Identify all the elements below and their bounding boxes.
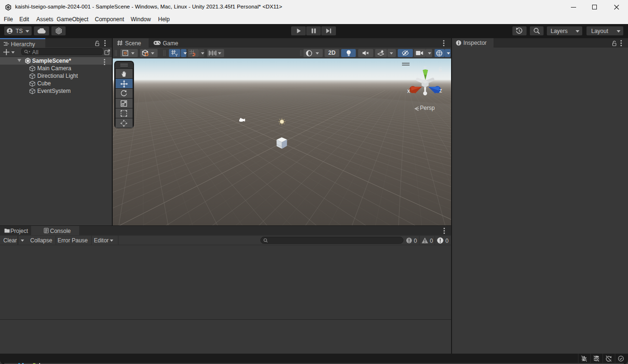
svg-text:y: y xyxy=(424,64,427,70)
svg-text:Y: Y xyxy=(175,53,178,57)
svg-text:z: z xyxy=(439,87,442,94)
svg-text:x: x xyxy=(407,88,410,94)
